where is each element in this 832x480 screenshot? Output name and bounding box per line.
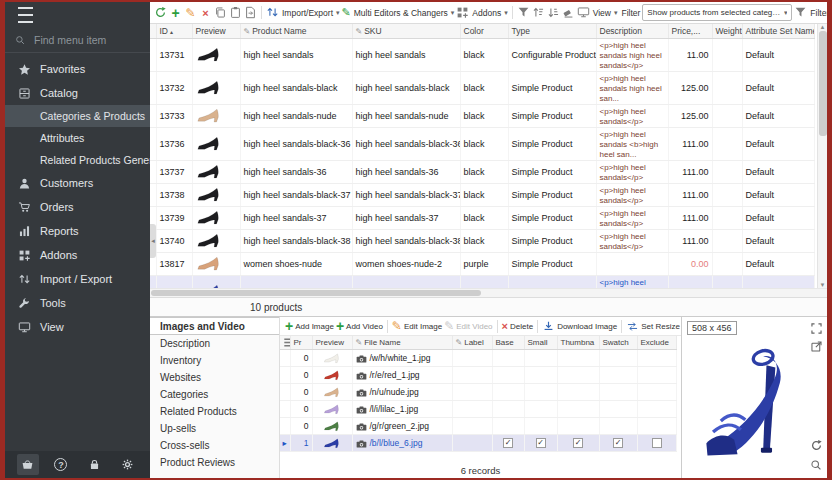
- exclude-checkbox[interactable]: [652, 438, 662, 448]
- column-header-label[interactable]: ✎Label: [452, 336, 492, 350]
- lock-icon[interactable]: [83, 454, 105, 475]
- column-header-exclude[interactable]: Exclude: [637, 336, 676, 350]
- settings-gear-icon[interactable]: [116, 454, 138, 475]
- tab-categories[interactable]: Categories: [150, 386, 279, 403]
- tab-images-and-video[interactable]: Images and Video: [150, 317, 279, 335]
- sidebar-item-related-products-generator[interactable]: Related Products Generator: [5, 149, 150, 171]
- tab-cross-sells[interactable]: Cross-sells: [150, 437, 279, 454]
- small-checkbox[interactable]: ✓: [536, 438, 546, 448]
- product-row[interactable]: ▸13931new High Heels SandalsHigh Geels S…: [150, 275, 814, 288]
- tab-websites[interactable]: Websites: [150, 369, 279, 386]
- image-row[interactable]: 0/w/h/white_1.jpg: [280, 350, 676, 367]
- delete-image-button[interactable]: ×Delete: [502, 320, 534, 332]
- sidebar-item-categories-products[interactable]: Categories & Products: [5, 105, 150, 127]
- sort-ascending-button[interactable]: [532, 5, 545, 21]
- clear-filter-button[interactable]: [562, 5, 575, 21]
- image-row[interactable]: 0/g/r/green_2.jpg: [280, 418, 676, 435]
- addons-menu[interactable]: Addons ▾: [456, 6, 507, 19]
- zoom-icon[interactable]: [809, 458, 823, 472]
- column-header-swatch[interactable]: Swatch: [599, 336, 637, 350]
- edit-video-button[interactable]: ✎Edit Video: [444, 319, 492, 333]
- column-header-small[interactable]: Small: [524, 336, 557, 350]
- product-row[interactable]: 13740high heel sandals-black-38high heel…: [150, 229, 814, 252]
- sidebar-item-tools[interactable]: Tools: [5, 291, 150, 315]
- import-export-menu[interactable]: Import/Export ▾: [266, 6, 340, 19]
- image-row[interactable]: 0/r/e/red_1.jpg: [280, 367, 676, 384]
- fullscreen-icon[interactable]: [809, 321, 823, 335]
- column-chooser[interactable]: [280, 336, 290, 350]
- panel-splitter-handle[interactable]: ◂: [150, 224, 156, 258]
- refresh-button[interactable]: [154, 5, 167, 21]
- column-header-price[interactable]: Price,...: [668, 24, 712, 38]
- set-resize-rule-button[interactable]: Set Resize Rule▾: [626, 320, 681, 333]
- product-row[interactable]: 13733high heel sandals-nudehigh heel san…: [150, 104, 814, 127]
- column-header-type[interactable]: Type: [508, 24, 596, 38]
- tab-related-products[interactable]: Related Products: [150, 403, 279, 420]
- tab-description[interactable]: Description: [150, 335, 279, 352]
- filter-dropdown[interactable]: Show products from selected categories ▾: [642, 4, 792, 21]
- sidebar-item-reports[interactable]: Reports: [5, 219, 150, 243]
- delete-product-button[interactable]: ×: [199, 5, 212, 21]
- refresh-preview-icon[interactable]: [809, 438, 823, 452]
- tab-up-sells[interactable]: Up-sells: [150, 420, 279, 437]
- sidebar-item-catalog[interactable]: Catalog: [5, 81, 150, 105]
- vertical-scrollbar[interactable]: ▲ ▼: [817, 24, 827, 288]
- add-image-button[interactable]: +Add Image: [285, 318, 334, 334]
- filters-menu[interactable]: Filters ▾: [794, 6, 827, 19]
- help-icon[interactable]: ?: [50, 454, 72, 475]
- filter-funnel-button[interactable]: [517, 5, 530, 21]
- edit-product-button[interactable]: ✎: [184, 5, 197, 21]
- sidebar-item-orders[interactable]: Orders: [5, 195, 150, 219]
- view-menu[interactable]: View ▾: [577, 6, 618, 19]
- column-header-sku[interactable]: ✎SKU: [352, 24, 460, 38]
- product-row[interactable]: 13738high heel sandals-black-37high heel…: [150, 183, 814, 206]
- column-header-pr[interactable]: Pr: [290, 336, 312, 350]
- clipboard-button[interactable]: [229, 5, 242, 21]
- swatch-checkbox[interactable]: ✓: [613, 438, 623, 448]
- product-row[interactable]: 13731high heel sandalshigh heel sandalsb…: [150, 38, 814, 71]
- multi-editors-menu[interactable]: ✎ Multi Editors & Changers ▾: [342, 6, 455, 19]
- column-header-thumbna[interactable]: Thumbna: [557, 336, 599, 350]
- sidebar-item-favorites[interactable]: Favorites: [5, 57, 150, 81]
- store-icon[interactable]: [17, 454, 39, 475]
- product-row[interactable]: 13739high heel sandals-37high heel sanda…: [150, 206, 814, 229]
- column-header-preview[interactable]: Preview: [312, 336, 352, 350]
- thumbnail-checkbox[interactable]: ✓: [573, 438, 583, 448]
- image-row[interactable]: 0/l/i/lilac_1.jpg: [280, 401, 676, 418]
- column-header-weight[interactable]: Weight: [712, 24, 742, 38]
- column-header-file-name[interactable]: ✎File Name: [352, 336, 452, 350]
- open-external-icon[interactable]: [809, 339, 823, 353]
- add-video-button[interactable]: +Add Video: [336, 318, 383, 334]
- sidebar-item-view[interactable]: View: [5, 315, 150, 339]
- sort-descending-button[interactable]: [547, 5, 560, 21]
- product-row[interactable]: 13817women shoes-nudewomen shoes-nude-2p…: [150, 252, 814, 275]
- horizontal-scrollbar[interactable]: [150, 288, 827, 297]
- product-row[interactable]: 13736high heel sandals-black-36high heel…: [150, 127, 814, 160]
- duplicate-button[interactable]: [244, 5, 257, 21]
- sidebar-item-customers[interactable]: Customers: [5, 171, 150, 195]
- image-row[interactable]: ▸1/b/l/blue_6.jpg✓✓✓✓: [280, 435, 676, 452]
- scroll-up-arrow[interactable]: ▲: [820, 24, 826, 30]
- base-checkbox[interactable]: ✓: [503, 438, 513, 448]
- column-header-base[interactable]: Base: [492, 336, 524, 350]
- column-header-color[interactable]: Color: [460, 24, 508, 38]
- column-header-product-name[interactable]: ✎Product Name: [240, 24, 352, 38]
- copy-button[interactable]: [214, 5, 227, 21]
- scrollbar-thumb[interactable]: [151, 290, 481, 296]
- hamburger-menu-button[interactable]: [5, 2, 150, 28]
- menu-search-input[interactable]: [32, 33, 140, 47]
- column-header-description[interactable]: Description: [596, 24, 668, 38]
- product-row[interactable]: 13732high heel sandals-blackhigh heel sa…: [150, 71, 814, 104]
- tab-product-reviews[interactable]: Product Reviews: [150, 454, 279, 471]
- edit-image-button[interactable]: ✎Edit Image: [392, 319, 442, 333]
- image-row[interactable]: 0/n/u/nude.jpg: [280, 384, 676, 401]
- scrollbar-thumb[interactable]: [819, 31, 827, 136]
- column-header-attribute-set-name[interactable]: Attribute Set Name: [742, 24, 814, 38]
- sidebar-item-import-export[interactable]: Import / Export: [5, 267, 150, 291]
- column-header-id[interactable]: ID▴: [156, 24, 192, 38]
- tab-inventory[interactable]: Inventory: [150, 352, 279, 369]
- column-header-preview[interactable]: Preview: [192, 24, 240, 38]
- sidebar-item-attributes[interactable]: Attributes: [5, 127, 150, 149]
- product-row[interactable]: 13737high heel sandals-36high heel sanda…: [150, 160, 814, 183]
- sidebar-item-addons[interactable]: Addons: [5, 243, 150, 267]
